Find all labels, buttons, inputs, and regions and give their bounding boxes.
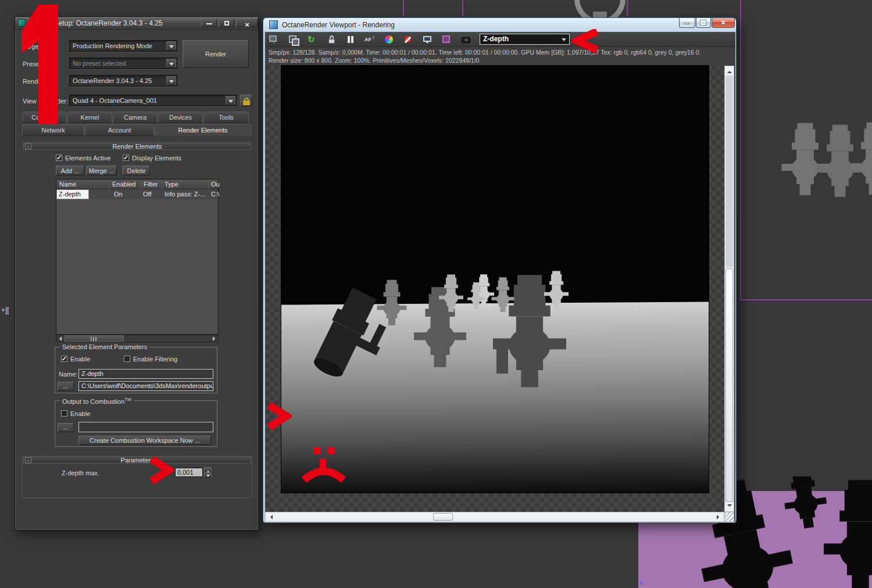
merge-element-button[interactable]: Merge ...: [86, 166, 117, 175]
browse-output-button[interactable]: ...: [58, 382, 74, 391]
delete-element-button[interactable]: Delete: [123, 166, 150, 175]
grid-line: [740, 299, 872, 300]
lock-view-button[interactable]: [240, 95, 252, 106]
col-name[interactable]: Name: [59, 181, 76, 188]
tab-tools[interactable]: Tools: [203, 112, 249, 123]
annotation-sad-face: [300, 440, 348, 487]
spinner-up[interactable]: [204, 467, 212, 472]
copy-to-clipboard-icon[interactable]: [288, 34, 298, 45]
element-name-field[interactable]: Z-depth: [78, 369, 213, 379]
scroll-up-icon[interactable]: [727, 69, 732, 73]
grid-line: [627, 0, 628, 16]
elements-list-hscrollbar[interactable]: [56, 335, 219, 342]
annotation-arrow-right-render: [266, 402, 292, 431]
col-enabled[interactable]: Enabled: [112, 181, 135, 188]
elements-active-label: Elements Active: [65, 155, 110, 162]
preset-dropdown[interactable]: No preset selected: [69, 58, 177, 69]
canvas-hscrollbar[interactable]: [265, 512, 724, 522]
tab-render-elements[interactable]: Render Elements: [155, 124, 251, 136]
close-button[interactable]: [712, 18, 735, 28]
zdepth-max-label: Z-depth max.: [62, 469, 99, 476]
render-image: [281, 66, 709, 493]
viewport-axis-z: z: [639, 579, 643, 586]
element-row-zdepth[interactable]: Z-depth On Off Info pass: Z-... C:\: [56, 189, 218, 199]
scroll-right-icon[interactable]: [213, 336, 217, 341]
enable-checkbox[interactable]: [61, 356, 67, 362]
hscroll-thumb[interactable]: [433, 513, 453, 521]
selected-element-parameters-group: Selected Element Parameters Enable Enabl…: [55, 347, 217, 393]
name-label: Name:: [59, 371, 77, 378]
grid-line: [740, 0, 741, 300]
autofocus-icon[interactable]: AF: [364, 34, 375, 45]
collapse-icon[interactable]: -: [25, 457, 31, 463]
close-button[interactable]: [236, 19, 258, 27]
region-render-icon[interactable]: [441, 34, 452, 45]
target-dropdown[interactable]: Production Rendering Mode: [69, 40, 177, 52]
tab-devices[interactable]: Devices: [158, 112, 203, 123]
viewport-toolbar: ↓ AF Z-depth: [265, 32, 735, 47]
render-status-line2: Render size: 800 x 800. Zoom: 100%. Prim…: [269, 57, 479, 64]
col-type[interactable]: Type: [165, 181, 178, 188]
maximize-button[interactable]: [219, 19, 234, 27]
annotation-number-1: [15, 1, 73, 129]
display-elements-label: Display Elements: [132, 155, 181, 162]
zdepth-valves: [281, 66, 709, 493]
chevron-down-icon: [166, 76, 176, 85]
minimize-button[interactable]: [201, 19, 217, 27]
grid-line: [462, 0, 463, 16]
tab-account[interactable]: Account: [85, 124, 154, 136]
parameters-rollout-header[interactable]: - Parameters: [23, 456, 251, 464]
elements-active-checkbox[interactable]: [56, 155, 62, 161]
collapse-icon[interactable]: -: [25, 144, 31, 149]
enable-filtering-checkbox[interactable]: [124, 356, 130, 362]
scroll-down-icon[interactable]: [727, 504, 732, 509]
tab-kernel[interactable]: Kernel: [67, 112, 112, 123]
combustion-browse-button[interactable]: ...: [58, 423, 74, 432]
valve-near: [310, 286, 398, 390]
render-elements-rollout-header[interactable]: - Render Elements: [23, 142, 251, 150]
render-status-line1: Smp/px: 128/128. Samp/s: 0,000M. Time: 0…: [269, 49, 701, 56]
view-to-render-dropdown[interactable]: Quad 4 - OctaneCamera_001: [69, 95, 237, 106]
maximize-button[interactable]: [696, 18, 711, 28]
elements-list[interactable]: Name Enabled Filter Type Ou Z-depth On O…: [56, 179, 219, 335]
white-balance-icon[interactable]: [384, 34, 394, 45]
canvas-vscrollbar[interactable]: [724, 66, 734, 512]
scroll-left-icon[interactable]: [57, 336, 62, 341]
save-render-icon[interactable]: ↓: [269, 34, 279, 45]
viewport-overlay-label: +][: [1, 306, 9, 314]
wireframe-valves: [744, 119, 872, 200]
camera-settings-icon[interactable]: [460, 34, 471, 45]
scroll-right-icon[interactable]: [717, 515, 721, 519]
fit-to-screen-icon[interactable]: [422, 34, 433, 45]
lock-resolution-icon[interactable]: [326, 34, 337, 45]
vscroll-thumb[interactable]: [726, 268, 733, 502]
resize-grip[interactable]: [724, 512, 734, 522]
add-element-button[interactable]: Add ...: [56, 166, 84, 175]
restart-render-icon[interactable]: [307, 34, 317, 45]
create-combustion-workspace-button[interactable]: Create Combustion Workspace Now ...: [78, 436, 211, 445]
minimize-button[interactable]: [679, 18, 695, 28]
pause-render-icon[interactable]: [345, 34, 356, 45]
stop-render-icon[interactable]: [403, 34, 413, 45]
chevron-down-icon: [166, 41, 176, 51]
output-path-field[interactable]: C:\Users\wolf\Documents\3dsMax\renderout…: [78, 381, 213, 391]
col-filter[interactable]: Filter: [144, 181, 158, 188]
chevron-down-icon: [166, 59, 176, 68]
col-output[interactable]: Ou: [211, 181, 220, 188]
tab-camera[interactable]: Camera: [113, 112, 158, 123]
spinner-down[interactable]: [204, 472, 212, 478]
render-pass-dropdown[interactable]: Z-depth: [480, 34, 570, 45]
scroll-thumb[interactable]: [65, 335, 124, 342]
combustion-enable-checkbox[interactable]: [61, 410, 67, 417]
viewport-titlebar[interactable]: OctaneRender Viewport - Rendering: [263, 18, 736, 31]
viewport-title: OctaneRender Viewport - Rendering: [282, 21, 395, 29]
display-elements-checkbox[interactable]: [123, 155, 129, 161]
render-button[interactable]: Render: [183, 40, 249, 68]
desktop: z y z +][ Render Setup: OctaneRender 3.0…: [0, 0, 872, 588]
renderer-dropdown[interactable]: OctaneRender 3.04.3 - 4.25: [69, 75, 177, 87]
annotation-arrow-left-pass-dropdown: [572, 29, 600, 53]
row-name-cell[interactable]: Z-depth: [56, 189, 89, 199]
combustion-path-field[interactable]: [78, 422, 213, 432]
zdepth-max-field[interactable]: 0,001: [175, 468, 203, 477]
scroll-left-icon[interactable]: [268, 515, 273, 519]
